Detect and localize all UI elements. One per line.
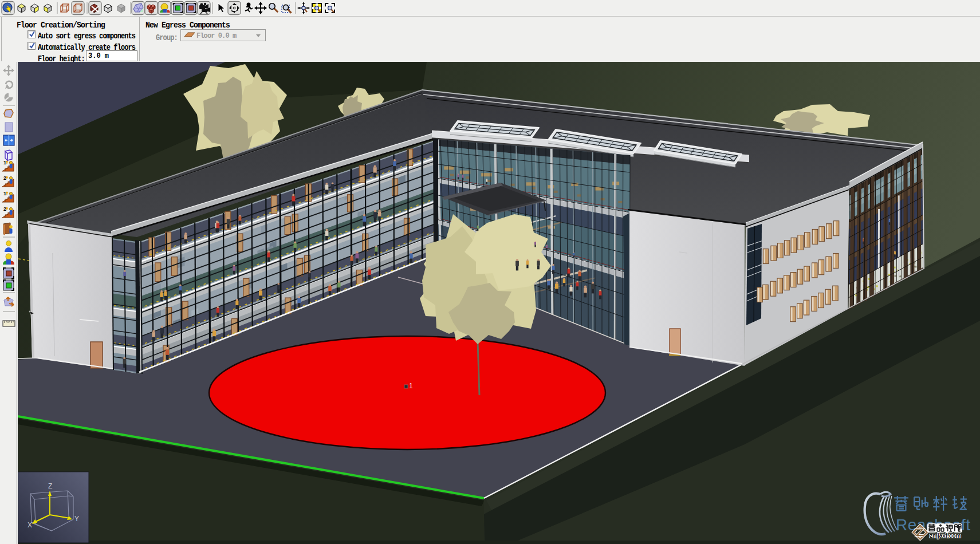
svg-text:2: 2 xyxy=(3,206,6,212)
svg-text:X: X xyxy=(27,521,32,529)
svg-text:1: 1 xyxy=(3,160,6,165)
svg-text:Y: Y xyxy=(74,515,79,523)
svg-text:1: 1 xyxy=(409,382,413,390)
svg-text:Z: Z xyxy=(48,482,52,490)
svg-text:1: 1 xyxy=(3,191,6,196)
svg-text:zmjaxf.com: zmjaxf.com xyxy=(930,533,961,539)
svg-text:Floor 0.0 m: Floor 0.0 m xyxy=(196,32,237,40)
svg-text:2: 2 xyxy=(3,175,6,181)
